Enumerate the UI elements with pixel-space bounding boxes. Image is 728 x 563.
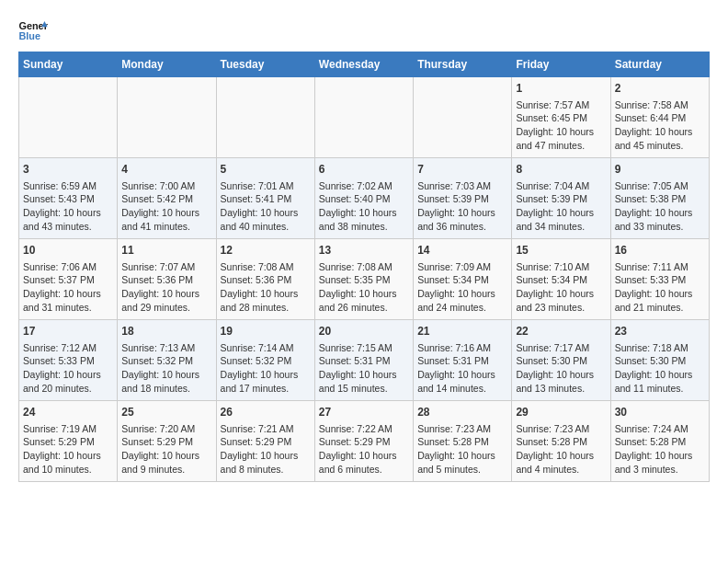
day-info: Daylight: 10 hours and 45 minutes.	[615, 125, 705, 152]
day-info: Sunset: 5:33 PM	[23, 354, 113, 368]
day-number: 30	[615, 405, 705, 420]
day-info: Sunrise: 7:02 AM	[319, 179, 409, 193]
calendar-cell: 30Sunrise: 7:24 AMSunset: 5:28 PMDayligh…	[610, 401, 709, 482]
calendar-cell: 4Sunrise: 7:00 AMSunset: 5:42 PMDaylight…	[118, 158, 216, 239]
day-info: Daylight: 10 hours and 10 minutes.	[23, 449, 113, 476]
day-info: Sunset: 6:44 PM	[615, 111, 705, 125]
calendar-cell: 27Sunrise: 7:22 AMSunset: 5:29 PMDayligh…	[314, 401, 413, 482]
day-info: Daylight: 10 hours and 6 minutes.	[319, 449, 409, 476]
calendar-cell: 22Sunrise: 7:17 AMSunset: 5:30 PMDayligh…	[512, 320, 610, 401]
calendar-cell	[19, 77, 118, 158]
day-info: Daylight: 10 hours and 15 minutes.	[319, 368, 409, 395]
day-info: Sunset: 5:32 PM	[121, 354, 211, 368]
calendar-cell: 29Sunrise: 7:23 AMSunset: 5:28 PMDayligh…	[512, 401, 610, 482]
day-info: Sunrise: 7:23 AM	[516, 422, 606, 436]
day-info: Daylight: 10 hours and 21 minutes.	[615, 287, 705, 314]
calendar-cell	[314, 77, 413, 158]
day-number: 11	[121, 243, 211, 259]
weekday-header-row: SundayMondayTuesdayWednesdayThursdayFrid…	[19, 52, 710, 77]
weekday-header-friday: Friday	[512, 52, 610, 77]
day-info: Sunrise: 7:08 AM	[221, 260, 311, 274]
day-number: 14	[417, 243, 507, 259]
day-info: Sunrise: 7:57 AM	[516, 98, 606, 112]
calendar-cell: 5Sunrise: 7:01 AMSunset: 5:41 PMDaylight…	[216, 158, 314, 239]
day-info: Sunrise: 7:08 AM	[319, 260, 409, 274]
day-info: Sunrise: 7:05 AM	[615, 179, 705, 193]
calendar-cell: 20Sunrise: 7:15 AMSunset: 5:31 PMDayligh…	[314, 320, 413, 401]
day-info: Sunrise: 7:11 AM	[615, 260, 705, 274]
day-info: Sunrise: 7:06 AM	[23, 260, 113, 274]
day-info: Sunrise: 7:09 AM	[417, 260, 507, 274]
day-info: Daylight: 10 hours and 38 minutes.	[319, 206, 409, 233]
weekday-header-wednesday: Wednesday	[314, 52, 413, 77]
day-info: Sunrise: 7:14 AM	[221, 341, 311, 355]
day-number: 4	[121, 162, 211, 178]
day-number: 25	[121, 405, 211, 420]
calendar-cell: 7Sunrise: 7:03 AMSunset: 5:39 PMDaylight…	[414, 158, 512, 239]
day-info: Sunset: 5:30 PM	[516, 354, 606, 368]
calendar-week-row: 1Sunrise: 7:57 AMSunset: 6:45 PMDaylight…	[19, 77, 710, 158]
day-info: Sunset: 5:38 PM	[615, 192, 705, 206]
calendar-cell: 8Sunrise: 7:04 AMSunset: 5:39 PMDaylight…	[512, 158, 610, 239]
day-number: 5	[221, 162, 311, 178]
day-info: Daylight: 10 hours and 9 minutes.	[121, 449, 211, 476]
day-info: Sunrise: 7:15 AM	[319, 341, 409, 355]
calendar-cell: 6Sunrise: 7:02 AMSunset: 5:40 PMDaylight…	[314, 158, 413, 239]
calendar-cell: 2Sunrise: 7:58 AMSunset: 6:44 PMDaylight…	[610, 77, 709, 158]
day-number: 26	[221, 405, 311, 420]
day-number: 7	[417, 162, 507, 178]
calendar-cell: 19Sunrise: 7:14 AMSunset: 5:32 PMDayligh…	[216, 320, 314, 401]
calendar-week-row: 24Sunrise: 7:19 AMSunset: 5:29 PMDayligh…	[19, 401, 710, 482]
logo: General Blue	[18, 18, 51, 44]
calendar-table: SundayMondayTuesdayWednesdayThursdayFrid…	[18, 52, 710, 482]
day-number: 19	[221, 324, 311, 339]
weekday-header-saturday: Saturday	[610, 52, 709, 77]
day-info: Daylight: 10 hours and 34 minutes.	[516, 206, 606, 233]
day-info: Daylight: 10 hours and 26 minutes.	[319, 287, 409, 314]
calendar-cell: 13Sunrise: 7:08 AMSunset: 5:35 PMDayligh…	[314, 239, 413, 320]
day-number: 13	[319, 243, 409, 259]
day-info: Sunset: 5:31 PM	[417, 354, 507, 368]
day-info: Sunset: 5:31 PM	[319, 354, 409, 368]
day-info: Daylight: 10 hours and 24 minutes.	[417, 287, 507, 314]
calendar-cell: 14Sunrise: 7:09 AMSunset: 5:34 PMDayligh…	[414, 239, 512, 320]
day-info: Daylight: 10 hours and 18 minutes.	[121, 368, 211, 395]
day-number: 3	[23, 162, 113, 178]
day-number: 15	[516, 243, 606, 259]
day-number: 2	[615, 81, 705, 97]
day-info: Daylight: 10 hours and 31 minutes.	[23, 287, 113, 314]
day-number: 16	[615, 243, 705, 259]
day-number: 18	[121, 324, 211, 339]
day-info: Sunrise: 7:58 AM	[615, 98, 705, 112]
day-info: Sunset: 5:28 PM	[516, 435, 606, 449]
weekday-header-sunday: Sunday	[19, 52, 118, 77]
day-info: Sunset: 5:39 PM	[417, 192, 507, 206]
day-info: Sunset: 5:29 PM	[319, 435, 409, 449]
day-info: Sunset: 5:35 PM	[319, 273, 409, 287]
day-info: Daylight: 10 hours and 4 minutes.	[516, 449, 606, 476]
day-info: Sunset: 5:39 PM	[516, 192, 606, 206]
day-info: Sunrise: 7:19 AM	[23, 422, 113, 436]
day-info: Sunset: 5:28 PM	[615, 435, 705, 449]
day-info: Daylight: 10 hours and 20 minutes.	[23, 368, 113, 395]
day-info: Sunset: 5:34 PM	[417, 273, 507, 287]
day-info: Sunset: 5:36 PM	[121, 273, 211, 287]
page-header: General Blue	[18, 15, 710, 44]
day-info: Sunset: 5:29 PM	[221, 435, 311, 449]
day-info: Sunset: 5:32 PM	[221, 354, 311, 368]
day-info: Sunrise: 7:22 AM	[319, 422, 409, 436]
day-info: Sunset: 5:40 PM	[319, 192, 409, 206]
weekday-header-thursday: Thursday	[414, 52, 512, 77]
calendar-cell: 1Sunrise: 7:57 AMSunset: 6:45 PMDaylight…	[512, 77, 610, 158]
day-info: Sunrise: 7:18 AM	[615, 341, 705, 355]
calendar-cell: 12Sunrise: 7:08 AMSunset: 5:36 PMDayligh…	[216, 239, 314, 320]
day-number: 29	[516, 405, 606, 420]
day-info: Daylight: 10 hours and 28 minutes.	[221, 287, 311, 314]
day-info: Sunrise: 7:10 AM	[516, 260, 606, 274]
calendar-cell: 23Sunrise: 7:18 AMSunset: 5:30 PMDayligh…	[610, 320, 709, 401]
day-info: Sunset: 5:30 PM	[615, 354, 705, 368]
day-info: Daylight: 10 hours and 23 minutes.	[516, 287, 606, 314]
day-number: 12	[221, 243, 311, 259]
day-number: 8	[516, 162, 606, 178]
day-number: 22	[516, 324, 606, 339]
